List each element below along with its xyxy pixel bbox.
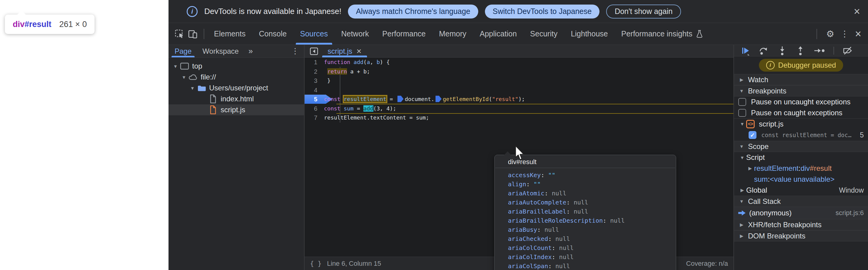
line-number[interactable]: 6	[305, 104, 324, 114]
collapse-icon[interactable]: ▶	[738, 77, 746, 83]
panel-tabs: ElementsConsoleSourcesNetworkPerformance…	[207, 23, 710, 44]
line-number[interactable]: 5	[305, 95, 324, 104]
code-line-1[interactable]: 1function add(a, b) {	[305, 58, 734, 67]
editor-tab-label: script.js	[328, 47, 352, 56]
property-name: ariaColSpan	[508, 262, 548, 270]
section-xhr-breakpoints[interactable]: ▶ XHR/fetch Breakpoints	[734, 219, 868, 230]
collapse-icon[interactable]: ▼	[738, 155, 746, 160]
line-number[interactable]: 3	[305, 76, 324, 86]
scope-script-group[interactable]: ▼ Script	[734, 152, 868, 163]
tree-item-script-js[interactable]: script.js	[168, 104, 304, 115]
breakpoint-entry[interactable]: ✓ const resultElement = doc… 5	[734, 129, 868, 141]
checkbox-unchecked[interactable]	[738, 109, 746, 117]
resume-script-icon[interactable]	[740, 46, 750, 56]
folder-icon	[196, 84, 207, 92]
tab-close-icon[interactable]: ×	[356, 47, 361, 56]
inline-breakpoint-marker-icon[interactable]	[435, 95, 441, 102]
inspect-element-icon[interactable]	[174, 29, 185, 39]
tab-memory[interactable]: Memory	[432, 23, 473, 44]
tab-lighthouse[interactable]: Lighthouse	[564, 23, 614, 44]
breakpoint-file-group[interactable]: ▼ <> script.js	[734, 118, 868, 129]
collapse-icon[interactable]: ▶	[738, 233, 746, 239]
editor-tab-script-js[interactable]: script.js ×	[322, 45, 367, 57]
code-line-3[interactable]: 3 }	[305, 76, 734, 86]
checkbox-checked[interactable]: ✓	[749, 131, 756, 139]
sidebar-menu-icon[interactable]: ⋮	[291, 47, 299, 56]
pause-caught-row[interactable]: Pause on caught exceptions	[734, 108, 868, 118]
collapse-icon[interactable]: ▼	[738, 121, 746, 126]
tab-performance-insights[interactable]: Performance insights	[615, 23, 710, 44]
device-toolbar-icon[interactable]	[187, 29, 198, 39]
always-match-language-button[interactable]: Always match Chrome's language	[348, 5, 478, 19]
section-label: Scope	[748, 142, 769, 151]
scope-var-resultelement[interactable]: ▶ resultElement: div#result	[734, 163, 868, 174]
hide-navigator-icon[interactable]	[309, 46, 319, 56]
section-scope[interactable]: ▼ Scope	[734, 141, 868, 152]
code-line-6[interactable]: 6const sum = add(3, 4);	[305, 104, 734, 114]
line-number[interactable]: 1	[305, 58, 324, 67]
section-watch[interactable]: ▶ Watch	[734, 74, 868, 85]
expand-icon[interactable]: ▼	[172, 64, 179, 69]
variable-value-id: #result	[810, 164, 832, 173]
step-into-icon[interactable]	[777, 46, 787, 56]
tree-item-index-html[interactable]: index.html	[168, 93, 304, 104]
scope-var-sum[interactable]: sum: <value unavailable>	[734, 174, 868, 185]
dont-show-again-button[interactable]: Don't show again	[606, 5, 681, 19]
step-over-icon[interactable]	[758, 46, 769, 56]
expand-icon[interactable]: ▼	[180, 74, 188, 80]
collapse-icon[interactable]: ▼	[738, 88, 746, 93]
line-number[interactable]: 2	[305, 67, 324, 77]
expand-icon[interactable]: ▶	[746, 166, 754, 171]
tab-workspace[interactable]: Workspace	[201, 45, 240, 57]
inline-breakpoint-marker-icon[interactable]	[397, 95, 403, 102]
section-breakpoints[interactable]: ▼ Breakpoints	[734, 85, 868, 96]
collapse-icon[interactable]: ▼	[738, 199, 746, 204]
tab-application[interactable]: Application	[473, 23, 523, 44]
property-value: null	[610, 217, 625, 224]
tree-item-project-folder[interactable]: ▼ Users/user/project	[168, 83, 304, 93]
line-number[interactable]: 7	[305, 113, 324, 123]
scope-group-label: Global	[746, 186, 767, 194]
tab-network[interactable]: Network	[335, 23, 376, 44]
step-out-icon[interactable]	[795, 46, 806, 56]
tree-item-file-origin[interactable]: ▼ file://	[168, 71, 304, 83]
switch-to-japanese-button[interactable]: Switch DevTools to Japanese	[485, 5, 600, 19]
deactivate-breakpoints-icon[interactable]	[842, 46, 854, 56]
tab-performance[interactable]: Performance	[375, 23, 432, 44]
property-value: null	[552, 189, 566, 197]
tab-console[interactable]: Console	[252, 23, 293, 44]
property-name: ariaBrailleLabel	[508, 208, 566, 215]
section-dom-breakpoints[interactable]: ▶ DOM Breakpoints	[734, 230, 868, 241]
tab-security[interactable]: Security	[523, 23, 564, 44]
devtools-close-icon[interactable]: ×	[855, 29, 861, 39]
step-icon[interactable]	[813, 46, 826, 56]
code-line-4[interactable]: 4	[305, 86, 734, 95]
popup-property-row: ariaColCount: null	[495, 243, 676, 252]
notification-close-icon[interactable]: ×	[854, 6, 860, 17]
more-options-icon[interactable]: ⋮	[840, 30, 849, 38]
checkbox-unchecked[interactable]	[738, 98, 746, 106]
collapse-icon[interactable]: ▶	[738, 222, 746, 228]
tab-label: Network	[341, 29, 369, 38]
pretty-print-icon[interactable]: { }	[310, 260, 321, 267]
code-line-2[interactable]: 2 return a + b;	[305, 67, 734, 77]
more-tabs-icon[interactable]: »	[249, 47, 253, 56]
line-number[interactable]: 4	[305, 86, 324, 95]
breakpoint-file-label: script.js	[759, 120, 783, 128]
expand-icon[interactable]: ▶	[738, 187, 746, 193]
scope-global-group[interactable]: ▶ Global Window	[734, 185, 868, 196]
collapse-icon[interactable]: ▼	[738, 144, 746, 149]
code-line-5[interactable]: 5const resultElement = document.getEleme…	[305, 95, 734, 104]
tab-page[interactable]: Page	[173, 45, 193, 57]
tree-item-top[interactable]: ▼ top	[168, 61, 304, 71]
code-line-7[interactable]: 7resultElement.textContent = sum;	[305, 113, 734, 123]
tab-sources[interactable]: Sources	[293, 23, 335, 44]
settings-gear-icon[interactable]: ⚙	[826, 29, 834, 38]
call-stack-frame[interactable]: (anonymous) script.js:6	[734, 207, 868, 219]
tab-elements[interactable]: Elements	[207, 23, 252, 44]
tab-label: Elements	[214, 29, 246, 38]
expand-icon[interactable]: ▼	[188, 86, 196, 91]
section-call-stack[interactable]: ▼ Call Stack	[734, 196, 868, 207]
pause-uncaught-row[interactable]: Pause on uncaught exceptions	[734, 96, 868, 108]
code-token: add	[363, 105, 373, 112]
